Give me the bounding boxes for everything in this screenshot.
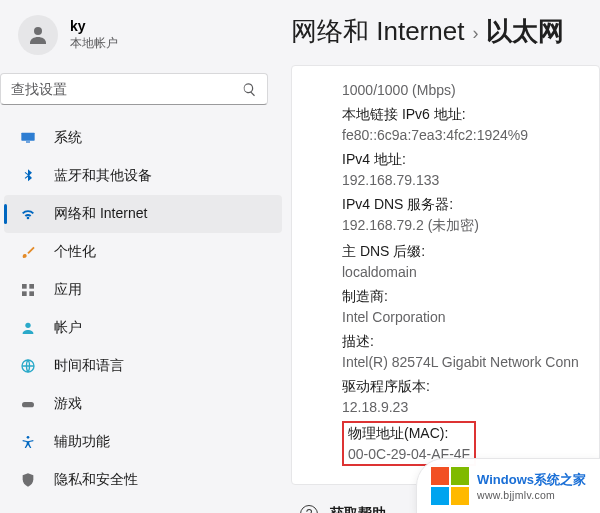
sidebar-item-label: 隐私和安全性 xyxy=(54,471,138,489)
sidebar-item-label: 应用 xyxy=(54,281,82,299)
watermark-title: Windows系统之家 xyxy=(477,471,586,489)
sidebar-item-privacy[interactable]: 隐私和安全性 xyxy=(0,461,286,499)
svg-point-7 xyxy=(25,323,30,328)
gamepad-icon xyxy=(20,396,36,412)
shield-icon xyxy=(20,472,36,488)
account-name: ky xyxy=(70,18,118,34)
wifi-icon xyxy=(20,206,36,222)
sidebar-item-label: 网络和 Internet xyxy=(54,205,147,223)
monitor-icon xyxy=(20,130,36,146)
sidebar-item-bluetooth[interactable]: 蓝牙和其他设备 xyxy=(0,157,286,195)
property-value: 1000/1000 (Mbps) xyxy=(342,82,579,98)
settings-nav: 系统蓝牙和其他设备网络和 Internet个性化应用帐户时间和语言游戏辅助功能隐… xyxy=(0,119,286,499)
property-row: 制造商:Intel Corporation xyxy=(342,288,579,325)
svg-rect-6 xyxy=(29,291,34,296)
sidebar-item-personal[interactable]: 个性化 xyxy=(0,233,286,271)
property-value: 192.168.79.2 (未加密) xyxy=(342,217,579,235)
search-icon xyxy=(242,82,257,97)
property-value: localdomain xyxy=(342,264,579,280)
settings-sidebar: ky 本地帐户 系统蓝牙和其他设备网络和 Internet个性化应用帐户时间和语… xyxy=(0,0,286,513)
sidebar-item-apps[interactable]: 应用 xyxy=(0,271,286,309)
windows-logo-icon xyxy=(431,467,469,505)
person-icon xyxy=(20,320,36,336)
network-properties-panel: 1000/1000 (Mbps)本地链接 IPv6 地址:fe80::6c9a:… xyxy=(291,65,600,485)
svg-rect-2 xyxy=(26,141,30,142)
property-value: Intel Corporation xyxy=(342,309,579,325)
property-row: 驱动程序版本:12.18.9.23 xyxy=(342,378,579,415)
sidebar-item-label: 系统 xyxy=(54,129,82,147)
property-row: 主 DNS 后缀:localdomain xyxy=(342,243,579,280)
bluetooth-icon xyxy=(20,168,36,184)
property-label: 驱动程序版本: xyxy=(342,378,579,396)
svg-point-0 xyxy=(34,27,42,35)
grid-icon xyxy=(20,282,36,298)
property-value: 12.18.9.23 xyxy=(342,399,579,415)
avatar-icon xyxy=(26,23,50,47)
breadcrumb: 网络和 Internet › 以太网 xyxy=(286,0,600,65)
brush-icon xyxy=(20,244,36,260)
sidebar-item-label: 蓝牙和其他设备 xyxy=(54,167,152,185)
property-value: fe80::6c9a:7ea3:4fc2:1924%9 xyxy=(342,127,579,143)
property-label: 制造商: xyxy=(342,288,579,306)
property-label: IPv4 地址: xyxy=(342,151,579,169)
sidebar-item-gaming[interactable]: 游戏 xyxy=(0,385,286,423)
property-row: 1000/1000 (Mbps) xyxy=(342,82,579,98)
svg-rect-4 xyxy=(29,284,34,289)
sidebar-item-label: 个性化 xyxy=(54,243,96,261)
property-row: 本地链接 IPv6 地址:fe80::6c9a:7ea3:4fc2:1924%9 xyxy=(342,106,579,143)
sidebar-item-label: 时间和语言 xyxy=(54,357,124,375)
watermark: Windows系统之家 www.bjjmlv.com xyxy=(416,458,600,513)
sidebar-item-network[interactable]: 网络和 Internet xyxy=(4,195,282,233)
avatar xyxy=(18,15,58,55)
settings-main: 网络和 Internet › 以太网 1000/1000 (Mbps)本地链接 … xyxy=(286,0,600,513)
property-label: 物理地址(MAC): xyxy=(348,425,470,443)
svg-rect-1 xyxy=(21,133,34,141)
property-label: 本地链接 IPv6 地址: xyxy=(342,106,579,124)
search-input[interactable] xyxy=(11,81,234,97)
accessibility-icon xyxy=(20,434,36,450)
sidebar-item-system[interactable]: 系统 xyxy=(0,119,286,157)
account-type: 本地帐户 xyxy=(70,35,118,52)
property-row: 描述:Intel(R) 82574L Gigabit Network Conne… xyxy=(342,333,579,370)
help-label: 获取帮助 xyxy=(330,505,386,513)
property-label: 主 DNS 后缀: xyxy=(342,243,579,261)
breadcrumb-current: 以太网 xyxy=(486,14,564,49)
property-value: 192.168.79.133 xyxy=(342,172,579,188)
help-icon: ? xyxy=(300,505,318,513)
property-row: IPv4 地址:192.168.79.133 xyxy=(342,151,579,188)
sidebar-item-label: 辅助功能 xyxy=(54,433,110,451)
sidebar-item-access[interactable]: 辅助功能 xyxy=(0,423,286,461)
property-value: Intel(R) 82574L Gigabit Network Connecti… xyxy=(342,354,579,370)
sidebar-item-label: 游戏 xyxy=(54,395,82,413)
chevron-right-icon: › xyxy=(472,23,478,44)
property-label: IPv4 DNS 服务器: xyxy=(342,196,579,214)
svg-rect-9 xyxy=(22,402,34,407)
watermark-url: www.bjjmlv.com xyxy=(477,489,586,501)
breadcrumb-parent[interactable]: 网络和 Internet xyxy=(291,14,464,49)
sidebar-item-time[interactable]: 时间和语言 xyxy=(0,347,286,385)
globe-clock-icon xyxy=(20,358,36,374)
account-header: ky 本地帐户 xyxy=(0,15,286,73)
svg-rect-3 xyxy=(22,284,27,289)
svg-rect-5 xyxy=(22,291,27,296)
sidebar-item-accounts[interactable]: 帐户 xyxy=(0,309,286,347)
property-label: 描述: xyxy=(342,333,579,351)
sidebar-item-label: 帐户 xyxy=(54,319,82,337)
property-row: IPv4 DNS 服务器:192.168.79.2 (未加密) xyxy=(342,196,579,235)
search-input-wrapper[interactable] xyxy=(0,73,268,105)
svg-point-10 xyxy=(27,436,30,439)
